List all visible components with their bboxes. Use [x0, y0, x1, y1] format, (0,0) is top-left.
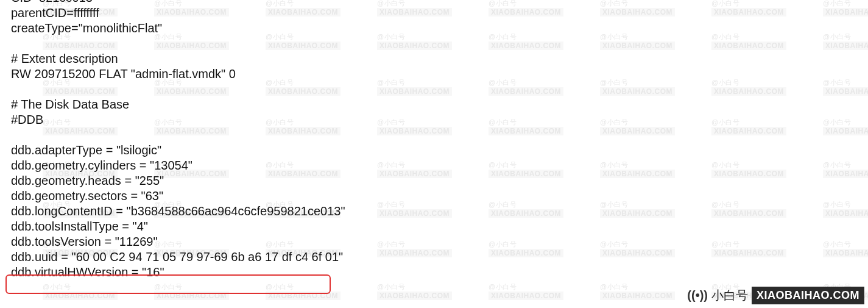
code-line	[11, 82, 868, 97]
watermark-top-text: @小白号	[489, 284, 517, 290]
code-line	[11, 36, 868, 51]
watermark-bottom-text: XIAOBAIHAO.COM	[489, 292, 563, 300]
watermark-bottom-text: XIAOBAIHAO.COM	[377, 292, 452, 300]
code-line: ddb.toolsInstallType = "4"	[11, 219, 868, 234]
watermark-top-text: @小白号	[266, 284, 294, 290]
watermark-bottom-text: XIAOBAIHAO.COM	[600, 292, 675, 300]
watermark-bottom-text: XIAOBAIHAO.COM	[266, 292, 340, 300]
code-line: ddb.geometry.cylinders = "13054"	[11, 158, 868, 173]
code-line: ddb.toolsVersion = "11269"	[11, 234, 868, 249]
watermark-item: @小白号XIAOBAIHAO.COM	[43, 284, 118, 300]
code-line: ddb.geometry.heads = "255"	[11, 173, 868, 188]
code-line: ddb.longContentID = "b3684588c66ac964c6c…	[11, 204, 868, 219]
file-content: CID=821ce013parentCID=ffffffffcreateType…	[0, 0, 868, 280]
code-line: createType="monolithicFlat"	[11, 21, 868, 36]
watermark-top-text: @小白号	[43, 284, 71, 290]
watermark-item: @小白号XIAOBAIHAO.COM	[600, 284, 675, 300]
watermark-item: @小白号XIAOBAIHAO.COM	[489, 284, 563, 300]
watermark-bottom-text: XIAOBAIHAO.COM	[154, 292, 229, 300]
watermark-bottom-text: XIAOBAIHAO.COM	[43, 292, 118, 300]
code-line: parentCID=ffffffff	[11, 5, 868, 21]
code-line: # Extent description	[11, 51, 868, 66]
code-line	[11, 127, 868, 143]
code-line: CID=821ce013	[11, 0, 868, 5]
broadcast-icon: ((•))	[687, 288, 708, 303]
code-line: #DDB	[11, 112, 868, 127]
watermark-item: @小白号XIAOBAIHAO.COM	[154, 284, 229, 300]
code-line: ddb.geometry.sectors = "63"	[11, 188, 868, 204]
watermark-item: @小白号XIAOBAIHAO.COM	[377, 284, 452, 300]
code-line: RW 209715200 FLAT "admin-flat.vmdk" 0	[11, 66, 868, 82]
code-line: ddb.uuid = "60 00 C2 94 71 05 79 97-69 6…	[11, 249, 868, 265]
corner-badge: ((•)) 小白号 XIAOBAIHAO.COM	[687, 287, 864, 304]
watermark-item: @小白号XIAOBAIHAO.COM	[266, 284, 340, 300]
watermark-top-text: @小白号	[377, 284, 405, 290]
code-line: ddb.adapterType = "lsilogic"	[11, 143, 868, 158]
code-line: ddb.virtualHWVersion = "16"	[11, 265, 868, 280]
watermark-top-text: @小白号	[154, 284, 182, 290]
code-line: # The Disk Data Base	[11, 97, 868, 112]
corner-domain-box: XIAOBAIHAO.COM	[752, 287, 864, 304]
watermark-top-text: @小白号	[600, 284, 628, 290]
corner-cn-text: 小白号	[711, 287, 748, 304]
